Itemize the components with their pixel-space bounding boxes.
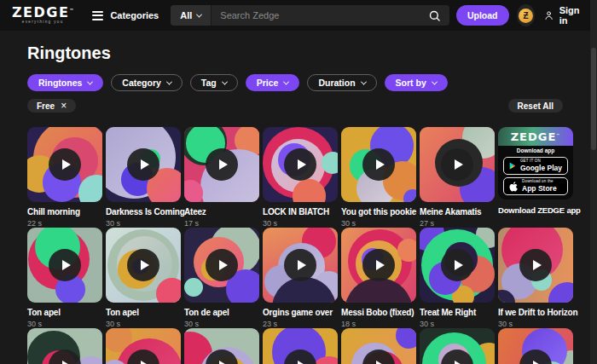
chevron-down-icon <box>432 78 438 84</box>
filter-chip-ringtones[interactable]: Ringtones <box>27 74 103 91</box>
filter-chip-label: Ringtones <box>38 78 82 88</box>
search-scope-dropdown[interactable]: All <box>171 5 212 26</box>
search-scope-label: All <box>180 10 192 20</box>
search-icon <box>428 9 441 22</box>
ringtone-title: Ton apel <box>106 308 181 317</box>
ringtone-card[interactable]: You got this pookie30 s <box>341 127 416 228</box>
filter-chip-duration[interactable]: Duration <box>307 74 376 91</box>
ringtone-title: Ton apel <box>27 308 102 317</box>
credits-button[interactable]: Ƶ <box>517 4 536 26</box>
ringtone-card[interactable]: Ton apel30 s <box>106 228 181 328</box>
play-icon <box>141 260 149 270</box>
filter-chip-label: Sort by <box>396 78 426 88</box>
play-button[interactable] <box>441 249 473 281</box>
play-button[interactable] <box>49 249 81 281</box>
zedge-logo[interactable]: ZEDGE™ everything you <box>12 6 73 25</box>
filter-chip-category[interactable]: Category <box>111 74 183 91</box>
close-icon[interactable]: × <box>61 101 67 111</box>
ringtone-card[interactable] <box>184 328 259 364</box>
ringtone-title: Chill morning <box>27 207 102 217</box>
play-button[interactable] <box>127 148 159 181</box>
ringtone-card[interactable]: Darkness Is Coming30 s <box>106 127 181 228</box>
ringtone-card[interactable]: Ton de apel30 s <box>184 228 259 328</box>
trademark-symbol: ™ <box>69 8 73 13</box>
ringtone-card[interactable]: Treat Me Right30 s <box>420 228 495 328</box>
ringtone-card[interactable]: Orgins game over23 s <box>263 228 338 328</box>
ringtone-card[interactable]: If we Drift to Horizon30 s <box>498 228 573 328</box>
filter-chip-sort-by[interactable]: Sort by <box>385 74 448 91</box>
play-button[interactable] <box>206 249 238 281</box>
reset-all-button[interactable]: Reset All <box>508 99 563 113</box>
ringtone-title: Ton de apel <box>184 308 259 317</box>
hamburger-icon <box>92 9 103 22</box>
ringtone-duration: 30 s <box>106 320 181 328</box>
play-icon <box>298 159 306 170</box>
ringtone-card[interactable]: Chill morning22 s <box>27 127 102 228</box>
main-content: Ringtones RingtonesCategoryTagPriceDurat… <box>0 43 597 364</box>
scrollbar-thumb[interactable] <box>591 48 596 150</box>
play-button[interactable] <box>49 148 81 181</box>
ringtone-card[interactable]: Meine Akamatis27 s <box>420 127 495 228</box>
ringtone-artwork <box>184 127 259 202</box>
play-icon <box>376 361 385 364</box>
ringtone-title: You got this pookie <box>341 207 416 217</box>
art-blob <box>184 278 203 297</box>
play-button[interactable] <box>206 148 238 181</box>
ringtone-title: Treat Me Right <box>420 308 495 317</box>
ringtone-grid: Chill morning22 sDarkness Is Coming30 sA… <box>27 127 597 364</box>
google-play-text: GET IT ON Google Play <box>520 159 562 172</box>
search-button[interactable] <box>425 9 449 22</box>
applied-filter-free[interactable]: Free × <box>27 99 76 113</box>
app-store-text: Download on the App Store <box>522 180 557 193</box>
app-store-badge[interactable]: Download on the App Store <box>503 177 568 195</box>
categories-menu[interactable]: Categories <box>92 9 159 22</box>
ringtone-card[interactable] <box>263 328 338 364</box>
ringtone-card[interactable] <box>27 328 102 364</box>
ringtone-card[interactable]: Ateez17 s <box>184 127 259 228</box>
ringtone-artwork <box>106 127 181 202</box>
zedge-coin-icon: Ƶ <box>519 9 533 23</box>
ringtone-duration: 27 s <box>420 219 495 228</box>
ringtone-duration: 30 s <box>106 219 181 228</box>
sign-in-button[interactable]: Sign in <box>543 5 585 26</box>
ringtone-card[interactable]: LOCK IN BIATCH30 s <box>263 127 338 228</box>
chevron-down-icon <box>361 78 367 84</box>
ringtone-card[interactable]: Messi Bobo (fixed)18 s <box>341 228 416 328</box>
search-input[interactable] <box>212 10 425 20</box>
art-blob <box>396 328 416 349</box>
play-button[interactable] <box>284 249 316 281</box>
ringtone-card[interactable]: Ton apel30 s <box>27 228 102 328</box>
categories-label: Categories <box>110 10 159 20</box>
play-button[interactable] <box>127 249 159 281</box>
upload-button[interactable]: Upload <box>456 5 509 26</box>
ringtone-duration: 30 s <box>27 320 102 328</box>
ringtone-artwork <box>420 328 495 364</box>
ringtone-duration: 30 s <box>341 219 416 228</box>
ringtone-card[interactable] <box>420 328 495 364</box>
play-button[interactable] <box>284 148 316 181</box>
filter-chip-row: RingtonesCategoryTagPriceDurationSort by <box>27 74 597 91</box>
ringtone-card[interactable] <box>341 328 416 364</box>
play-button[interactable] <box>519 249 552 281</box>
ringtone-artwork <box>184 328 259 364</box>
play-icon <box>219 361 228 364</box>
play-icon <box>141 159 149 170</box>
ringtone-artwork <box>498 228 573 303</box>
filter-chip-tag[interactable]: Tag <box>190 74 238 91</box>
play-button[interactable] <box>362 249 395 281</box>
play-button[interactable] <box>362 148 395 181</box>
google-play-icon <box>509 161 516 170</box>
play-icon <box>219 260 228 270</box>
zedge-logo-promo: ZEDGE™ <box>511 130 561 143</box>
app-promo-card[interactable]: ZEDGE™ Download app GET IT ON Google Pla… <box>498 127 573 228</box>
zedge-wordmark: ZEDGE™ <box>12 6 73 20</box>
ringtone-card[interactable] <box>498 328 573 364</box>
google-play-badge[interactable]: GET IT ON Google Play <box>503 157 568 175</box>
promo-caption: Download ZEDGE app <box>498 205 573 215</box>
download-app-label: Download app <box>517 147 554 153</box>
play-button[interactable] <box>441 148 473 181</box>
scrollbar[interactable] <box>590 0 597 364</box>
ringtone-card[interactable] <box>106 328 181 364</box>
play-icon <box>455 260 463 270</box>
filter-chip-price[interactable]: Price <box>246 74 300 91</box>
